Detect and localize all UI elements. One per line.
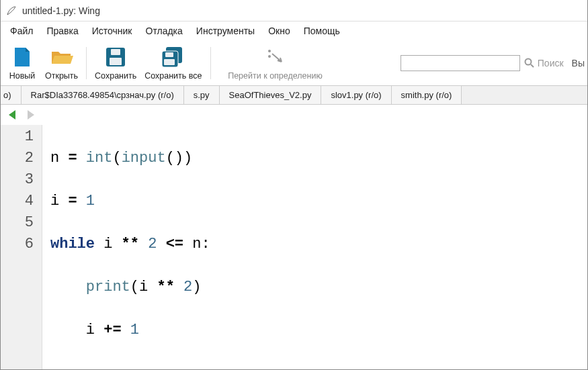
goto-definition-button[interactable]: Перейти к определению (215, 42, 336, 84)
save-button[interactable]: Сохранить (91, 42, 140, 84)
token-paren: ) (183, 150, 192, 167)
menu-tools[interactable]: Инструменты (190, 23, 261, 39)
svg-point-8 (268, 55, 271, 58)
code-area[interactable]: n = int(input()) i = 1 while i ** 2 <= n… (42, 125, 587, 370)
menu-help[interactable]: Помощь (297, 23, 347, 39)
token-paren: ( (130, 279, 139, 295)
open-label: Открыть (45, 71, 78, 81)
token-paren: ( (112, 150, 121, 167)
token-op: = (59, 150, 86, 167)
svg-rect-6 (164, 59, 175, 65)
nav-forward-icon[interactable] (25, 109, 37, 121)
new-button[interactable]: Новый (3, 42, 41, 84)
token-op: += (95, 322, 130, 338)
toolbar: Новый Открыть Сохранить Сохранить все Пе… (1, 40, 587, 86)
line-number: 1 (1, 126, 34, 148)
token-var: i (103, 236, 112, 252)
token-builtin: input (122, 150, 166, 167)
svg-point-9 (525, 58, 531, 64)
token-var: i (139, 279, 148, 295)
line-gutter: 1 2 3 4 5 6 (1, 125, 42, 370)
svg-rect-2 (110, 58, 122, 65)
code-line: n = int(input()) (50, 148, 587, 169)
save-all-label: Сохранить все (144, 71, 202, 81)
code-line: while i ** 2 <= n: (50, 234, 587, 255)
token-num: 1 (130, 322, 139, 338)
line-number: 4 (1, 191, 34, 212)
save-all-button[interactable]: Сохранить все (140, 42, 206, 84)
line-number: 6 (1, 234, 34, 255)
menu-file[interactable]: Файл (3, 23, 40, 39)
window-title: untitled-1.py: Wing (22, 5, 100, 16)
token-colon: : (201, 236, 210, 252)
line-number: 3 (1, 169, 34, 191)
token-num: 2 (183, 279, 192, 295)
file-tabs: o) Rar$DIa33768.49854\срзнач.py (r/o) s.… (1, 86, 587, 105)
token-num: 2 (148, 236, 157, 252)
truncated-toolbar-text: Вы (572, 58, 585, 68)
token-var: i (86, 322, 95, 338)
title-bar: untitled-1.py: Wing (1, 0, 587, 21)
nav-arrows (1, 105, 587, 125)
tab-s-py[interactable]: s.py (184, 86, 220, 104)
menu-bar: Файл Правка Источник Отладка Инструменты… (1, 21, 587, 40)
svg-line-10 (531, 64, 534, 67)
new-label: Новый (9, 71, 36, 81)
token-var: i (50, 193, 59, 210)
token-op: ** (148, 279, 183, 295)
search-box: Поиск (401, 55, 564, 71)
menu-edit[interactable]: Правка (40, 23, 85, 39)
tab-seaofthieves[interactable]: SeaOfThieves_V2.py (220, 86, 322, 104)
tab-srznach[interactable]: Rar$DIa33768.49854\срзнач.py (r/o) (22, 86, 184, 104)
svg-rect-5 (165, 52, 173, 57)
token-op: <= (157, 236, 192, 252)
toolbar-separator (86, 47, 87, 79)
open-button[interactable]: Открыть (41, 42, 82, 84)
save-label: Сохранить (95, 71, 136, 81)
token-var: n (192, 236, 201, 252)
svg-point-7 (268, 50, 271, 52)
save-all-icon (161, 46, 185, 68)
wing-feather-icon (6, 5, 17, 16)
token-builtin: int (86, 150, 113, 167)
search-input[interactable] (401, 55, 520, 71)
tab-slov1[interactable]: slov1.py (r/o) (321, 86, 391, 104)
open-folder-icon (50, 48, 73, 66)
goto-def-icon (265, 48, 286, 66)
token-indent (50, 322, 86, 338)
token-op: = (59, 193, 86, 210)
save-disk-icon (106, 47, 126, 67)
token-op: ** (112, 236, 148, 252)
nav-back-icon[interactable] (6, 109, 18, 121)
tab-smith[interactable]: smith.py (r/o) (392, 86, 462, 104)
code-line: i += 1 (50, 320, 587, 341)
toolbar-separator (210, 47, 211, 79)
token-paren: ) (192, 279, 201, 295)
search-icon (524, 58, 535, 68)
goto-def-label: Перейти к определению (228, 71, 323, 81)
search-label-text: Поиск (538, 58, 564, 68)
token-num: 1 (86, 193, 95, 210)
tab-truncated-left[interactable]: o) (1, 86, 22, 104)
search-label[interactable]: Поиск (524, 58, 564, 68)
menu-debug[interactable]: Отладка (139, 23, 190, 39)
token-builtin: print (86, 279, 130, 295)
token-space (95, 236, 103, 252)
menu-source[interactable]: Источник (85, 23, 139, 39)
code-line: print(i ** 2) (50, 277, 587, 298)
svg-rect-1 (111, 49, 120, 55)
code-line: i = 1 (50, 191, 587, 212)
line-number: 2 (1, 148, 34, 169)
line-number: 5 (1, 212, 34, 234)
code-editor[interactable]: 1 2 3 4 5 6 n = int(input()) i = 1 while… (1, 125, 587, 370)
token-var: n (50, 150, 59, 167)
menu-window[interactable]: Окно (261, 23, 297, 39)
token-paren: ) (175, 150, 183, 167)
token-paren: ( (166, 150, 175, 167)
token-indent (50, 279, 86, 295)
new-file-icon (13, 46, 31, 68)
token-keyword: while (50, 236, 95, 252)
